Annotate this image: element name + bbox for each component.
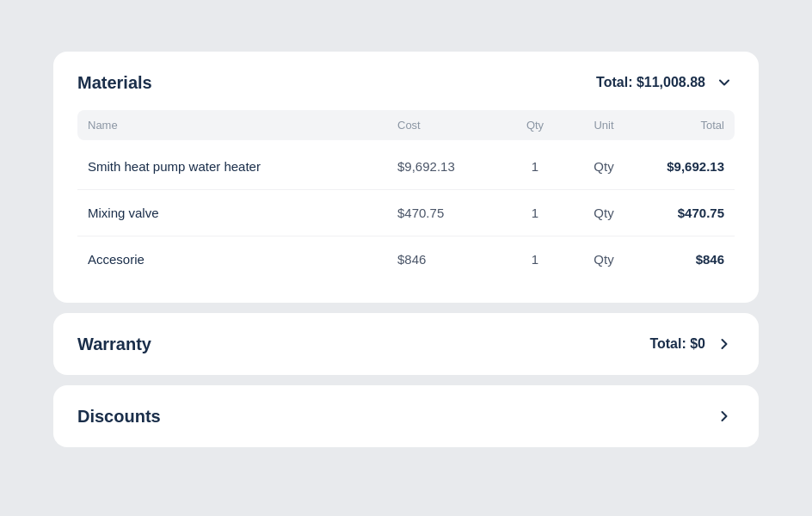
discounts-card-header: Discounts	[77, 406, 735, 427]
cell-qty: 1	[501, 252, 569, 267]
cell-unit: Qty	[569, 159, 638, 174]
discounts-card[interactable]: Discounts	[53, 385, 759, 447]
cell-unit: Qty	[569, 206, 638, 220]
cell-qty: 1	[501, 206, 569, 220]
warranty-title: Warranty	[77, 335, 151, 354]
cell-unit: Qty	[569, 252, 638, 267]
cell-qty: 1	[501, 159, 569, 174]
page-container: Materials Total: $11,008.88 Name Cost Qt…	[53, 52, 759, 447]
cell-cost: $9,692.13	[397, 159, 501, 174]
discounts-title: Discounts	[77, 407, 161, 427]
cell-name: Smith heat pump water heater	[88, 159, 397, 174]
chevron-right-icon[interactable]	[714, 334, 735, 354]
cell-name: Mixing valve	[88, 206, 397, 220]
header-qty: Qty	[501, 119, 569, 132]
cell-total: $470.75	[638, 206, 724, 220]
warranty-total-label: Total: $0	[649, 336, 705, 352]
table-header-row: Name Cost Qty Unit Total	[77, 110, 735, 140]
materials-table: Name Cost Qty Unit Total Smith heat pump…	[77, 110, 735, 282]
chevron-down-icon[interactable]	[714, 72, 735, 93]
materials-title: Materials	[77, 73, 152, 93]
cell-name: Accesorie	[88, 252, 397, 267]
header-cost: Cost	[397, 119, 501, 132]
header-name: Name	[88, 119, 397, 132]
materials-total-area[interactable]: Total: $11,008.88	[596, 72, 735, 93]
cell-cost: $470.75	[397, 206, 501, 220]
cell-total: $9,692.13	[638, 159, 724, 174]
warranty-card[interactable]: Warranty Total: $0	[53, 313, 759, 375]
table-row: Smith heat pump water heater $9,692.13 1…	[77, 144, 735, 190]
cell-total: $846	[638, 252, 724, 267]
header-unit: Unit	[569, 119, 638, 132]
materials-card-header: Materials Total: $11,008.88	[77, 72, 735, 93]
table-row: Accesorie $846 1 Qty $846	[77, 236, 735, 282]
table-row: Mixing valve $470.75 1 Qty $470.75	[77, 190, 735, 236]
warranty-total-area: Total: $0	[649, 334, 735, 354]
cell-cost: $846	[397, 252, 501, 267]
materials-total-label: Total: $11,008.88	[596, 75, 705, 90]
materials-card: Materials Total: $11,008.88 Name Cost Qt…	[53, 52, 759, 303]
header-total: Total	[638, 119, 724, 132]
warranty-card-header: Warranty Total: $0	[77, 334, 735, 354]
chevron-right-icon[interactable]	[714, 406, 735, 427]
